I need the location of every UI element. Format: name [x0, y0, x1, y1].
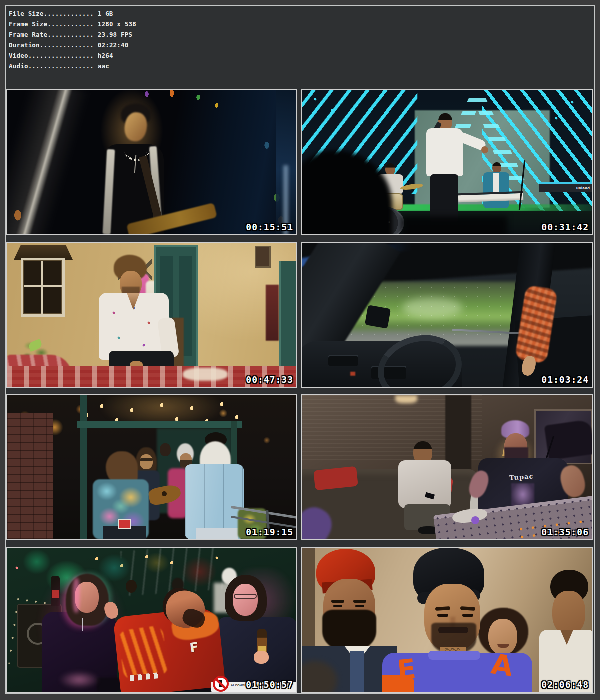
- teal-pole: [80, 396, 87, 540]
- guitarist-face: [140, 454, 153, 470]
- info-value: h264: [94, 52, 114, 60]
- scene-recording-studio-talk: Tupac: [302, 396, 592, 540]
- info-label: Frame Rate: [9, 31, 48, 38]
- media-info-block: File Size............. 1 GB Frame Size..…: [6, 6, 594, 72]
- video-thumbnail-8: E A 02:06:48: [302, 547, 593, 693]
- timestamp-overlay: 01:19:15: [246, 527, 294, 538]
- keyboard-synth: Roland: [540, 182, 592, 192]
- window-bar: [24, 285, 62, 287]
- teal-beam: [77, 422, 242, 428]
- pink-rim-light: [73, 578, 80, 613]
- eye: [462, 614, 474, 617]
- smiling-woman-face: [488, 619, 518, 655]
- pocket-tag: [118, 520, 131, 530]
- glasses: [234, 594, 257, 599]
- scene-car-interior-open-door: [302, 243, 592, 387]
- window-bar: [41, 261, 43, 314]
- singer-shirt: [426, 128, 464, 176]
- dot-leader: ............: [48, 20, 94, 28]
- singer-head: [438, 114, 452, 130]
- info-label: Audio: [9, 62, 28, 70]
- mustache: [438, 627, 468, 634]
- indicator-light: [350, 372, 356, 376]
- white-sheet: [183, 368, 228, 381]
- hand-holding-bottle: [254, 651, 269, 664]
- video-thumbnail-2: YAMAHA Roland 00:31:42: [302, 90, 593, 236]
- video-thumbnail-5: 01:19:15: [6, 394, 298, 540]
- info-line-frame-size: Frame Size............ 1280 x 538: [9, 19, 590, 30]
- contact-sheet-panel: File Size............. 1 GB Frame Size..…: [5, 5, 595, 694]
- trackball: [472, 516, 480, 524]
- info-line-file-size: File Size............. 1 GB: [9, 8, 590, 19]
- info-value: 1 GB: [94, 10, 114, 18]
- sweater-orange-patch: [382, 675, 414, 692]
- timestamp-overlay: 00:47:33: [246, 374, 294, 385]
- dot-leader: ..............: [40, 42, 94, 49]
- timestamp-overlay: 01:03:24: [542, 374, 589, 385]
- scene-courtyard-man-on-cot: [7, 243, 296, 387]
- dot-leader: ............: [48, 31, 94, 38]
- info-label: Video: [9, 52, 28, 60]
- info-line-video-codec: Video................. h264: [9, 50, 590, 61]
- info-line-frame-rate: Frame Rate............ 23.98 FPS: [9, 30, 590, 40]
- video-thumbnail-4: 01:03:24: [302, 242, 593, 388]
- scene-crowd-beanie-closeup: E A: [302, 548, 592, 692]
- info-value: 23.98 FPS: [94, 31, 132, 38]
- young-man-face: [552, 591, 586, 635]
- guitar-soundhole: [162, 492, 167, 496]
- info-line-audio-codec: Audio................. aac: [9, 61, 590, 72]
- video-thumbnail-1: 00:15:51: [6, 90, 298, 236]
- drummer-head: [386, 164, 396, 176]
- timestamp-overlay: 00:31:42: [542, 222, 589, 232]
- air-vent: [328, 355, 358, 366]
- flame-sleeve: [118, 625, 169, 681]
- eye: [356, 605, 364, 608]
- eye: [334, 605, 342, 608]
- dot-leader: .............: [44, 10, 94, 18]
- dark-doorway: [446, 396, 472, 470]
- scene-concert-singer-confetti: [7, 90, 296, 234]
- audience-silhouette: [402, 216, 508, 236]
- blue-shirt-front: [350, 651, 364, 692]
- info-value: 02:22:40: [94, 42, 129, 49]
- keyboard-brand-label: Roland: [540, 184, 590, 193]
- singer-pants: [430, 174, 458, 222]
- scene-night-street-friends: [7, 396, 296, 540]
- glasses: [140, 458, 153, 462]
- necklace: [82, 618, 84, 631]
- timestamp-overlay: 02:06:48: [542, 680, 589, 690]
- timestamp-overlay: 01:35:06: [542, 527, 589, 538]
- scene-neon-party-couch: F ALCOHOL CONSUMPTION IS IN: [7, 548, 296, 692]
- dot-leader: .................: [28, 62, 94, 70]
- singer-hand: [482, 146, 488, 154]
- teal-door: [279, 261, 298, 372]
- background-head: [160, 444, 171, 456]
- sweater-letter: A: [490, 653, 516, 683]
- gray-sweatshirt: [398, 460, 452, 508]
- info-label: File Size: [9, 10, 44, 18]
- keyboardist-shirt: [494, 174, 500, 194]
- info-value: 1280 x 538: [94, 20, 136, 28]
- dot-leader: .................: [28, 52, 94, 60]
- denim-jeans: [196, 528, 238, 540]
- side-mirror: [365, 305, 391, 328]
- info-label: Duration: [9, 42, 40, 49]
- thumbnail-grid: 00:15:51 YAMAHA Roland: [6, 90, 594, 693]
- window: [21, 258, 65, 317]
- eyebrow: [332, 600, 344, 603]
- eye: [438, 614, 448, 617]
- keyboardist-head: [492, 162, 502, 174]
- sweater-collar-rib: [428, 651, 480, 660]
- wall-light: [396, 396, 418, 404]
- info-value: aac: [94, 62, 110, 70]
- video-thumbnail-6: Tupac 01:35:06: [302, 394, 593, 540]
- video-thumbnail-3: 00:47:33: [6, 242, 298, 388]
- scene-stage-led-performance: YAMAHA Roland: [302, 90, 592, 234]
- video-thumbnail-7: F ALCOHOL CONSUMPTION IS IN 01:50:57: [6, 547, 298, 693]
- wall-frame: [255, 246, 271, 268]
- brick-wall: [7, 414, 53, 540]
- timestamp-overlay: 00:15:51: [246, 222, 294, 232]
- glasses-woman-face: [233, 584, 258, 616]
- pink-lit-knee: [52, 668, 107, 692]
- info-label: Frame Size: [9, 20, 48, 28]
